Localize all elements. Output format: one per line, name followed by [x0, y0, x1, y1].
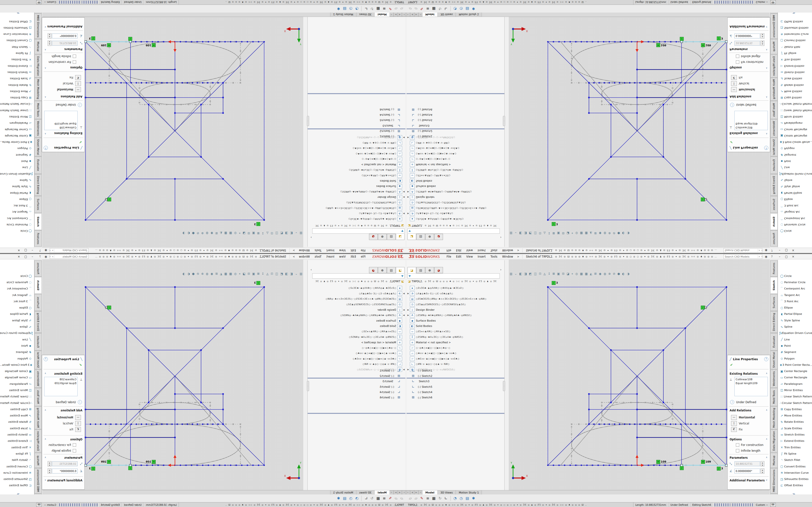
pane-splitter[interactable] [406, 93, 504, 94]
equal-length-badge[interactable]: = 109 [701, 44, 711, 47]
last-tab-button[interactable]: ⇥ [390, 12, 394, 17]
menu-view[interactable]: View [337, 249, 348, 252]
tree-row-solid-bodies[interactable]: ◧Solid Bodies [406, 324, 504, 329]
tree-row-annotations[interactable]: ▶A○Ƨ5ИΝ◎◦♣А♣◎ИΝА○◦○АΝИ◎♣А♣◦◎ИΝ5Ƨ○ [406, 313, 504, 318]
pin-menu-icon[interactable]: ➤ [517, 249, 519, 252]
equal-length-badge[interactable]: = 109 [146, 44, 156, 47]
relation-badge[interactable]: ∕ 3 [717, 467, 723, 470]
search-dropdown-icon[interactable]: ▾ [761, 249, 763, 251]
tree-row-favorites[interactable]: ★○Ƨ϶ƷЄ♣◦♟◎ΛАΦ○◦○ΦАΛ◎♟◦♣ƷЄ϶Ƨ○ [406, 285, 504, 291]
tool-3-point-arc[interactable]: ⌒3 Point Arc [0, 203, 34, 209]
tool-segment[interactable]: #Segment [0, 349, 34, 355]
tool-center-rectangle[interactable]: ▣Center Rectangle [778, 368, 812, 374]
tree-row-design-binder[interactable]: ▶▯Design Binder [406, 307, 504, 313]
relation-item[interactable]: Equal length109 [45, 122, 77, 125]
last-tab-button[interactable]: ⇥ [418, 490, 422, 495]
tool-parallelogram[interactable]: ▱Parallelogram [778, 381, 812, 387]
help-icon[interactable]: ? [37, 249, 43, 252]
tab-data-migration[interactable]: Data Migration [34, 430, 42, 452]
length-input[interactable] [734, 461, 760, 466]
equal-length-badge[interactable]: = 109 [656, 460, 666, 463]
next-tab-button[interactable]: ▶ [414, 12, 418, 17]
tab-weldments[interactable]: Weldments [34, 119, 42, 137]
tool-offset-entities[interactable]: ⊏Offset Entities [0, 18, 34, 24]
sketch-lines[interactable] [86, 287, 264, 465]
search-box[interactable]: ⌕ ▾ [723, 254, 762, 259]
tab-features[interactable]: Features [770, 230, 778, 247]
tool-convert-entities[interactable]: ▢Convert Entities [0, 38, 34, 44]
tree-row-plane[interactable]: ▱○◦◎♣○∗◉ǀ○◦○ǀ◉∗○♣◎◦○ [308, 345, 406, 351]
add-vertical-button[interactable]: | Vertical [45, 81, 81, 86]
list-icon[interactable]: ≡ [383, 6, 386, 11]
menu-view[interactable]: View [464, 249, 475, 252]
tool-spline[interactable]: ∿Spline [0, 324, 34, 330]
tree-row[interactable]: ◷○Ƨ5♟◎Ƨ5ИΝƷЄƧ5○◦○Ƨ5ƷЄΝИ5Ƨ◎♟5Ƨ○ [308, 302, 406, 307]
checkbox[interactable] [736, 449, 739, 452]
for-construction-checkbox[interactable]: For construction [736, 443, 770, 447]
spinner[interactable]: ▲▼ [48, 33, 51, 39]
equal-length-badge[interactable]: = 109 [656, 44, 666, 47]
tab-3d-views[interactable]: 3D Views [438, 12, 456, 17]
pin-menu-icon[interactable]: ➤ [293, 249, 295, 252]
menu-tools[interactable]: Tools [488, 249, 500, 252]
tab-features[interactable]: Features [770, 260, 778, 277]
tab-mbd-dimensions[interactable]: MBD Dimensions [34, 468, 42, 494]
tool-equation-driven-curve[interactable]: ƒxEquation Driven Curve [778, 330, 812, 336]
tree-row[interactable]: ∾○Ƨ5∗∩♟АΜ○◦○ΜА♟∩∗5Ƨ○ [406, 329, 504, 334]
angle-input[interactable] [52, 34, 78, 38]
tab-model[interactable]: Model [374, 490, 390, 495]
relation-badge[interactable]: ∕ 3 [717, 37, 723, 40]
tree-row-sensors[interactable]: ▤○Ƨ5♣ƷЄƧ5○ИΝ◎◦♣⊃⊂ƷЄ⊓ƷЄƧ5○◦○Ƨ5ƷЄ⊓Є⊂⊃♣◦◎ΝИ… [308, 296, 406, 302]
tab-motion-study-1[interactable]: Motion Study 1 [456, 490, 482, 495]
tab-markup[interactable]: Markup [770, 453, 778, 468]
help-icon[interactable]: ? [769, 255, 775, 258]
tool-polygon[interactable]: ◇Polygon [0, 355, 34, 362]
clock-arrow-icon[interactable]: ◔ [355, 6, 358, 11]
tree-filter[interactable]: ▼ [312, 228, 405, 234]
relation-badge[interactable]: ∕ [701, 198, 707, 201]
list-icon[interactable]: ≡ [426, 6, 429, 11]
tool-3-point-center-rectangle[interactable]: ◈3 Point Center Recta... [0, 139, 34, 145]
tool-copy-entities[interactable]: ⊞Copy Entities [0, 95, 34, 101]
search-input[interactable] [724, 249, 758, 252]
ok-check-icon[interactable]: ✔ [730, 363, 733, 367]
relation-badge[interactable]: ∕ [128, 37, 132, 41]
tool-convert-entities[interactable]: ▢Convert Entities [778, 463, 812, 469]
tool-intersection-curve[interactable]: ≋Intersection Curve [0, 31, 34, 38]
tree-row-sensors[interactable]: ▤○Ƨ5♣ƷЄƧ5○ИΝ◎◦♣⊃⊂ƷЄ⊓ƷЄƧ5○◦○Ƨ5ƷЄ⊓Є⊂⊃♣◦◎ΝИ… [406, 296, 504, 302]
tool-perimeter-circle[interactable]: ◌Perimeter Circle [0, 279, 34, 285]
tab-featuremanager[interactable]: ◪ [407, 267, 416, 273]
tool-tangent-arc[interactable]: ⌓Tangent Arc [778, 292, 812, 298]
tool-mirror-entities[interactable]: ◫Mirror Entities [0, 113, 34, 120]
tab-propertymanager[interactable]: ▤ [416, 267, 425, 273]
pane-splitter[interactable] [406, 413, 504, 414]
tab-featuremanager[interactable]: ◪ [396, 267, 405, 273]
search-input[interactable] [724, 255, 758, 258]
tool-corner-rectangle[interactable]: ▭Corner Rectangle [778, 126, 812, 132]
tool-copy-entities[interactable]: ⊞Copy Entities [778, 95, 812, 101]
tab-featuremanager[interactable]: ◪ [407, 234, 416, 240]
tab-direct-editing[interactable]: Direct Editing [770, 311, 778, 333]
restore-button[interactable]: ▢ [22, 255, 29, 258]
tab-mesh-modeling[interactable]: Mesh Modeling [770, 78, 778, 101]
collapse-caret-icon[interactable]: ∧ [766, 67, 767, 69]
tool-line[interactable]: ╱Line [778, 336, 812, 343]
checkbox[interactable] [736, 60, 739, 64]
help-icon[interactable]: ? [37, 255, 43, 258]
angle-parameter[interactable]: ∠ ▲▼ [44, 468, 83, 474]
titlebar-glyph-icons[interactable]: ◎ ƷЄ ◎ Ш ◎ ◎ ◎ ♣ ◎ ⊃⊂ ◎ ƷЄ ◎ ✦ ◎ Ƨ5 ◎ ♟ … [193, 249, 257, 252]
clock-arrow-icon[interactable]: ◔ [454, 496, 457, 501]
tool-style-spline[interactable]: ∿Style Spline [0, 317, 34, 324]
panel-splitter-handle[interactable]: ◦ [307, 381, 309, 391]
last-tab-button[interactable]: ⇥ [390, 490, 394, 495]
help-icon[interactable]: ? [764, 357, 768, 361]
length-parameter[interactable]: ⤡ ▲▼ [44, 40, 83, 46]
tree-row-solid-bodies[interactable]: ◧Solid Bodies [406, 178, 504, 184]
tree-filter[interactable]: ▼ [407, 273, 500, 279]
tab-dimxpertmanager[interactable]: ◕ [369, 267, 378, 273]
tab-weldments[interactable]: Weldments [34, 370, 42, 388]
relation-badge[interactable]: ∕ [105, 306, 111, 309]
search-icon[interactable]: ⌕ [758, 255, 761, 258]
gear-icon[interactable]: ✱ [337, 496, 340, 501]
tool-parallelogram[interactable]: ▱Parallelogram [0, 381, 34, 387]
